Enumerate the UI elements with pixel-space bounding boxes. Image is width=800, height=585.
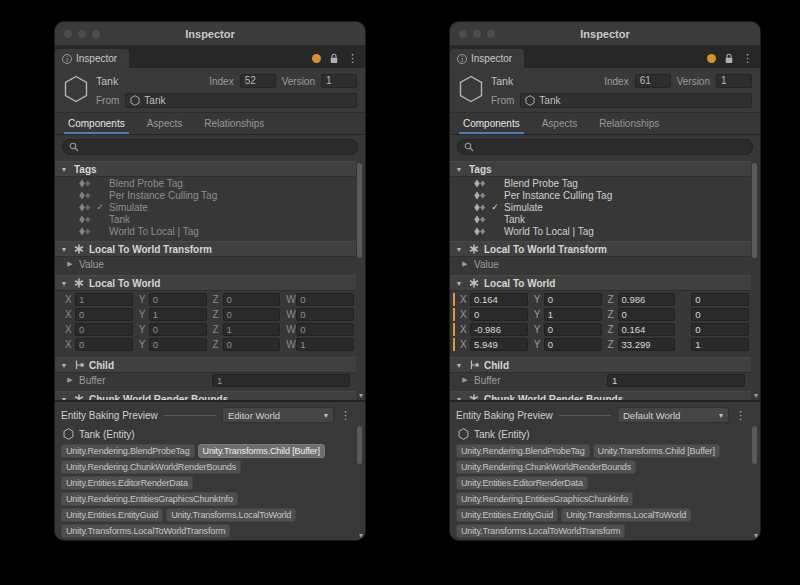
section-header-chunk-world-render-bounds[interactable]: ▼ Chunk World Render Bounds xyxy=(450,391,751,400)
matrix-value-field[interactable]: 0 xyxy=(544,338,602,351)
tag-row-per-instance-culling[interactable]: ✓ Per Instance Culling Tag xyxy=(55,189,356,201)
matrix-value-field[interactable]: 0 xyxy=(75,338,133,351)
component-type-chip[interactable]: Unity.Entities.EditorRenderData xyxy=(61,476,193,490)
component-type-chip[interactable]: Unity.Transforms.Child [Buffer] xyxy=(198,444,325,458)
matrix-value-field[interactable]: 0.164 xyxy=(618,323,676,336)
foldout-closed-icon[interactable]: ▶ xyxy=(65,376,75,384)
world-dropdown[interactable]: Editor World ▾ xyxy=(222,407,334,423)
section-header-local-to-world[interactable]: ▼ Local To World xyxy=(450,275,751,291)
splitter-handle[interactable] xyxy=(559,415,611,416)
splitter-handle[interactable] xyxy=(164,415,216,416)
tab-relationships[interactable]: Relationships xyxy=(193,113,275,134)
section-header-child[interactable]: ▼ Child xyxy=(450,357,751,373)
tag-row-tank[interactable]: ✓ Tank xyxy=(55,213,356,225)
inspector-tab[interactable]: i Inspector xyxy=(55,49,129,68)
matrix-value-field[interactable]: 0 xyxy=(296,323,354,336)
matrix-value-field[interactable]: 0 xyxy=(75,308,133,321)
tag-row-tank[interactable]: ✓ Tank xyxy=(450,213,751,225)
value-foldout-row[interactable]: ▶ Value xyxy=(55,257,356,271)
matrix-value-field[interactable]: 0 xyxy=(691,293,749,306)
zoom-window-button[interactable] xyxy=(92,30,100,38)
tab-components[interactable]: Components xyxy=(452,113,531,134)
zoom-window-button[interactable] xyxy=(487,30,495,38)
matrix-value-field[interactable]: 0.986 xyxy=(618,293,676,306)
window-titlebar[interactable]: Inspector xyxy=(450,22,760,46)
component-type-chip[interactable]: Unity.Entities.EntityGuid xyxy=(61,508,163,522)
tab-aspects[interactable]: Aspects xyxy=(136,113,194,134)
buffer-count-field[interactable]: 1 xyxy=(607,374,745,387)
baking-entity-row[interactable]: Tank (Entity) xyxy=(61,426,359,442)
tag-row-blend-probe[interactable]: ✓ Blend Probe Tag xyxy=(55,177,356,189)
matrix-value-field[interactable]: 33.299 xyxy=(618,338,676,351)
tab-components[interactable]: Components xyxy=(57,113,136,134)
matrix-value-field[interactable]: 0.164 xyxy=(470,293,528,306)
component-type-chip[interactable]: Unity.Transforms.LocalToWorldTransform xyxy=(456,524,625,538)
matrix-value-field[interactable]: 0 xyxy=(296,293,354,306)
matrix-value-field[interactable]: 5.949 xyxy=(470,338,528,351)
search-input[interactable] xyxy=(457,139,753,155)
tag-row-simulate[interactable]: ✓ Simulate xyxy=(55,201,356,213)
window-titlebar[interactable]: Inspector xyxy=(55,22,365,46)
matrix-value-field[interactable]: 0 xyxy=(223,338,281,351)
section-header-local-to-world-transform[interactable]: ▼ Local To World Transform xyxy=(55,241,356,257)
scrollbar-thumb[interactable] xyxy=(752,426,757,464)
scrollbar-thumb[interactable] xyxy=(357,163,362,258)
world-dropdown[interactable]: Default World ▾ xyxy=(617,407,729,423)
component-type-chip[interactable]: Unity.Rendering.BlendProbeTag xyxy=(456,444,590,458)
foldout-open-icon[interactable]: ▼ xyxy=(59,280,69,287)
baking-menu-kebab-icon[interactable]: ⋮ xyxy=(340,410,351,421)
matrix-value-field[interactable]: 0 xyxy=(149,293,207,306)
matrix-value-field[interactable]: 0 xyxy=(296,308,354,321)
search-input[interactable] xyxy=(62,139,358,155)
tag-row-simulate[interactable]: ✓ Simulate xyxy=(450,201,751,213)
baking-entity-row[interactable]: Tank (Entity) xyxy=(456,426,754,442)
baking-menu-kebab-icon[interactable]: ⋮ xyxy=(735,410,746,421)
value-foldout-row[interactable]: ▶ Value xyxy=(450,257,751,271)
component-type-chip[interactable]: Unity.Rendering.EntitiesGraphicsChunkInf… xyxy=(61,492,238,506)
matrix-value-field[interactable]: 1 xyxy=(544,308,602,321)
close-window-button[interactable] xyxy=(64,30,72,38)
section-header-tags[interactable]: ▼ Tags xyxy=(55,161,356,177)
section-header-child[interactable]: ▼ Child xyxy=(55,357,356,373)
matrix-value-field[interactable]: 1 xyxy=(691,338,749,351)
matrix-value-field[interactable]: 1 xyxy=(149,308,207,321)
buffer-count-field[interactable]: 1 xyxy=(212,374,350,387)
foldout-open-icon[interactable]: ▼ xyxy=(59,246,69,253)
matrix-value-field[interactable]: 0 xyxy=(223,308,281,321)
buffer-row[interactable]: ▶ Buffer 1 xyxy=(55,373,356,387)
inspector-tab[interactable]: i Inspector xyxy=(450,49,524,68)
foldout-closed-icon[interactable]: ▶ xyxy=(65,260,75,268)
matrix-value-field[interactable]: 1 xyxy=(296,338,354,351)
buffer-row[interactable]: ▶ Buffer 1 xyxy=(450,373,751,387)
minimize-window-button[interactable] xyxy=(78,30,86,38)
matrix-value-field[interactable]: 0 xyxy=(618,308,676,321)
tag-row-world-to-local[interactable]: ✓ World To Local | Tag xyxy=(55,225,356,237)
menu-kebab-icon[interactable]: ⋮ xyxy=(742,53,753,64)
matrix-value-field[interactable]: 0 xyxy=(544,293,602,306)
matrix-value-field[interactable]: 1 xyxy=(75,293,133,306)
minimize-window-button[interactable] xyxy=(473,30,481,38)
foldout-open-icon[interactable]: ▼ xyxy=(454,280,464,287)
foldout-open-icon[interactable]: ▼ xyxy=(454,362,464,369)
tab-aspects[interactable]: Aspects xyxy=(531,113,589,134)
matrix-value-field[interactable]: 0 xyxy=(691,308,749,321)
tab-relationships[interactable]: Relationships xyxy=(588,113,670,134)
foldout-open-icon[interactable]: ▼ xyxy=(454,246,464,253)
matrix-value-field[interactable]: 0 xyxy=(544,323,602,336)
lock-icon[interactable] xyxy=(724,53,734,64)
foldout-open-icon[interactable]: ▼ xyxy=(59,362,69,369)
matrix-value-field[interactable]: 0 xyxy=(470,308,528,321)
component-type-chip[interactable]: Unity.Transforms.LocalToWorld xyxy=(166,508,296,522)
matrix-value-field[interactable]: 1 xyxy=(223,323,281,336)
prefab-source-field[interactable]: Tank xyxy=(125,93,357,108)
scroll-down-icon[interactable]: ▾ xyxy=(359,531,363,540)
component-type-chip[interactable]: Unity.Rendering.ChunkWorldRenderBounds xyxy=(456,460,636,474)
component-type-chip[interactable]: Unity.Transforms.LocalToWorldTransform xyxy=(61,524,230,538)
matrix-value-field[interactable]: -0.986 xyxy=(470,323,528,336)
component-type-chip[interactable]: Unity.Entities.EntityGuid xyxy=(456,508,558,522)
foldout-closed-icon[interactable]: ▶ xyxy=(460,376,470,384)
scrollbar-thumb[interactable] xyxy=(752,163,757,258)
component-type-chip[interactable]: Unity.Entities.EditorRenderData xyxy=(456,476,588,490)
component-type-chip[interactable]: Unity.Rendering.ChunkWorldRenderBounds xyxy=(61,460,241,474)
matrix-value-field[interactable]: 0 xyxy=(691,323,749,336)
